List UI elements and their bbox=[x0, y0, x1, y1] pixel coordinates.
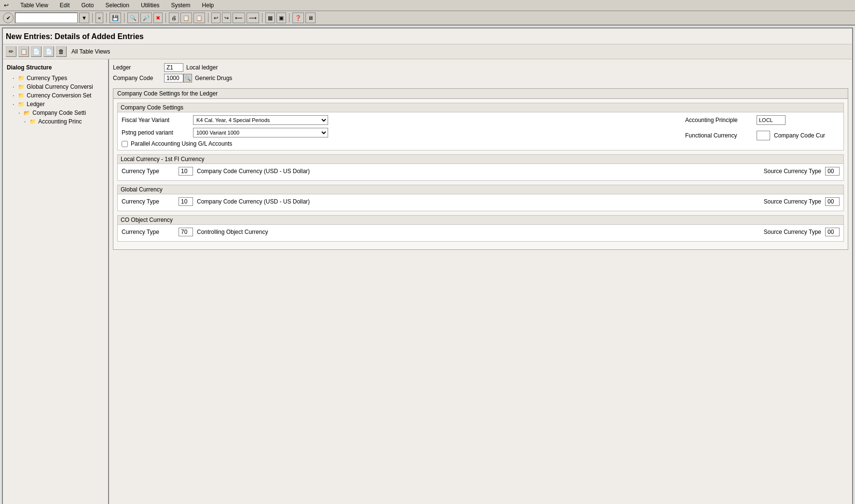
local-currency-type-value[interactable]: 10 bbox=[179, 167, 193, 176]
new-icon-btn[interactable]: 📄 bbox=[43, 46, 54, 57]
global-currency-content: Currency Type 10 Company Code Currency (… bbox=[118, 194, 843, 211]
folder-open-icon-1: 📂 bbox=[24, 110, 30, 116]
local-source-currency-value[interactable]: 00 bbox=[825, 167, 840, 176]
cancel-btn[interactable]: ✖ bbox=[153, 13, 163, 23]
separator-6 bbox=[262, 13, 262, 23]
nav-btn2[interactable]: ⟶ bbox=[247, 13, 259, 23]
right-panel: Ledger Z1 Local ledger Company Code 1000… bbox=[109, 59, 852, 504]
grid-btn[interactable]: ▦ bbox=[265, 13, 275, 23]
company-code-settings-section: Company Code Settings Fiscal Year Varian… bbox=[117, 103, 844, 150]
dropdown-arrow[interactable]: ▼ bbox=[79, 13, 89, 23]
accounting-principle-row: Accounting Principle bbox=[685, 115, 840, 125]
find-btn[interactable]: 🔍 bbox=[127, 13, 139, 23]
main-section: Company Code Settings for the Ledger Com… bbox=[113, 88, 848, 250]
global-currency-section: Global Currency Currency Type 10 Company… bbox=[117, 185, 844, 211]
secondary-toolbar: ✏ 📋 📄 📄 🗑 All Table Views bbox=[3, 44, 852, 59]
separator-5 bbox=[208, 13, 208, 23]
functional-currency-input[interactable] bbox=[757, 131, 770, 140]
undo-btn[interactable]: ↩ bbox=[211, 13, 221, 23]
all-table-views-btn[interactable]: All Table Views bbox=[69, 47, 113, 56]
fiscal-year-select-group: K4 Cal. Year, 4 Special Periods bbox=[193, 115, 328, 125]
parallel-accounting-row: Parallel Accounting Using G/L Accounts bbox=[122, 140, 676, 147]
tree-label-accounting-princ: Accounting Princ bbox=[38, 118, 82, 125]
company-code-value[interactable]: 1000 bbox=[164, 74, 183, 82]
nav-btn1[interactable]: ⟵ bbox=[233, 13, 245, 23]
local-currency-section: Local Currency - 1st FI Currency Currenc… bbox=[117, 154, 844, 181]
layout-btn[interactable]: ▣ bbox=[276, 13, 286, 23]
co-object-currency-header: CO Object Currency bbox=[118, 216, 843, 225]
co-currency-type-value[interactable]: 70 bbox=[179, 228, 193, 236]
check-button[interactable]: ✔ bbox=[3, 13, 14, 23]
monitor-btn[interactable]: 🖥 bbox=[305, 13, 316, 23]
menu-help[interactable]: Help bbox=[200, 1, 216, 10]
global-source-currency-label: Source Currency Type bbox=[764, 198, 821, 205]
separator-4 bbox=[165, 13, 166, 23]
co-object-currency-section: CO Object Currency Currency Type 70 Cont… bbox=[117, 215, 844, 242]
header-fields: Ledger Z1 Local ledger Company Code 1000… bbox=[113, 63, 848, 82]
delete-icon-btn[interactable]: 🗑 bbox=[56, 46, 67, 57]
company-code-label: Company Code bbox=[113, 75, 161, 82]
command-input[interactable] bbox=[15, 13, 78, 23]
pstng-period-row: Pstng period variant 1000 Variant 1000 bbox=[122, 128, 676, 137]
company-code-settings-content: Fiscal Year Variant K4 Cal. Year, 4 Spec… bbox=[118, 112, 843, 150]
save-btn[interactable]: 💾 bbox=[110, 13, 121, 23]
company-code-settings-header: Company Code Settings bbox=[118, 103, 843, 112]
fiscal-year-select[interactable]: K4 Cal. Year, 4 Special Periods bbox=[193, 115, 328, 125]
menu-utilities[interactable]: Utilities bbox=[139, 1, 162, 10]
folder-icon-1: 📁 bbox=[18, 75, 25, 82]
co-source-currency-value[interactable]: 00 bbox=[825, 228, 840, 236]
pstng-period-select[interactable]: 1000 Variant 1000 bbox=[193, 128, 328, 137]
menu-goto[interactable]: Goto bbox=[80, 1, 96, 10]
tree-label-ledger: Ledger bbox=[27, 101, 44, 108]
paste-icon-btn[interactable]: 📄 bbox=[31, 46, 41, 57]
global-currency-row: Currency Type 10 Company Code Currency (… bbox=[122, 197, 840, 206]
company-code-desc: Generic Drugs bbox=[195, 75, 232, 82]
find2-btn[interactable]: 🔎 bbox=[140, 13, 152, 23]
tree-item-currency-conversion[interactable]: · 📁 Currency Conversion Set bbox=[5, 91, 106, 100]
tree-item-company-code-setti[interactable]: · 📂 Company Code Setti bbox=[5, 109, 106, 117]
bullet-1: · bbox=[13, 75, 14, 82]
fiscal-year-label: Fiscal Year Variant bbox=[122, 117, 189, 123]
tree-item-global-currency[interactable]: · 📁 Global Currency Conversi bbox=[5, 82, 106, 91]
separator-1 bbox=[92, 13, 93, 23]
local-currency-content: Currency Type 10 Company Code Currency (… bbox=[118, 164, 843, 180]
main-section-header: Company Code Settings for the Ledger bbox=[113, 89, 848, 99]
tree-item-currency-types[interactable]: · 📁 Currency Types bbox=[5, 74, 106, 82]
local-currency-row: Currency Type 10 Company Code Currency (… bbox=[122, 167, 840, 176]
menu-table-view[interactable]: Table View bbox=[18, 1, 50, 10]
edit-icon-btn[interactable]: ✏ bbox=[6, 46, 16, 57]
tree-label-company-code-setti: Company Code Setti bbox=[32, 109, 86, 116]
global-source-currency-value[interactable]: 00 bbox=[825, 197, 840, 206]
help-btn[interactable]: ❓ bbox=[292, 13, 304, 23]
copy-icon-btn[interactable]: 📋 bbox=[18, 46, 29, 57]
ledger-value[interactable]: Z1 bbox=[164, 63, 183, 72]
company-code-row: Company Code 1000 🔍 Generic Drugs bbox=[113, 74, 848, 82]
functional-currency-label: Functional Currency bbox=[685, 132, 753, 139]
back-btn[interactable]: « bbox=[96, 13, 103, 23]
copy-btn[interactable]: 📋 bbox=[180, 13, 192, 23]
menu-selection[interactable]: Selection bbox=[104, 1, 131, 10]
co-object-currency-content: Currency Type 70 Controlling Object Curr… bbox=[118, 225, 843, 241]
menu-system[interactable]: System bbox=[169, 1, 193, 10]
settings-two-col: Fiscal Year Variant K4 Cal. Year, 4 Spec… bbox=[122, 115, 840, 147]
accounting-principle-input[interactable] bbox=[757, 115, 786, 125]
local-currency-type-label: Currency Type bbox=[122, 168, 175, 175]
redo-btn[interactable]: ↪ bbox=[222, 13, 231, 23]
menu-bar: ↩ Table View Edit Goto Selection Utiliti… bbox=[0, 0, 855, 11]
ledger-row: Ledger Z1 Local ledger bbox=[113, 63, 848, 72]
co-currency-row: Currency Type 70 Controlling Object Curr… bbox=[122, 228, 840, 236]
tree-item-accounting-princ[interactable]: · 📁 Accounting Princ bbox=[5, 117, 106, 126]
company-code-search-btn[interactable]: 🔍 bbox=[183, 74, 192, 82]
global-currency-type-value[interactable]: 10 bbox=[179, 197, 193, 206]
print-btn[interactable]: 🖨 bbox=[169, 13, 179, 23]
folder-icon-3: 📁 bbox=[18, 93, 25, 99]
co-currency-type-label: Currency Type bbox=[122, 229, 175, 235]
menu-edit[interactable]: Edit bbox=[58, 1, 72, 10]
global-currency-type-label: Currency Type bbox=[122, 198, 175, 205]
tree-label-currency-types: Currency Types bbox=[27, 75, 67, 82]
copy2-btn[interactable]: 📋 bbox=[193, 13, 205, 23]
global-currency-header: Global Currency bbox=[118, 185, 843, 194]
tree-item-ledger[interactable]: · 📁 Ledger bbox=[5, 100, 106, 109]
parallel-accounting-checkbox[interactable] bbox=[122, 141, 128, 147]
separator-7 bbox=[289, 13, 290, 23]
